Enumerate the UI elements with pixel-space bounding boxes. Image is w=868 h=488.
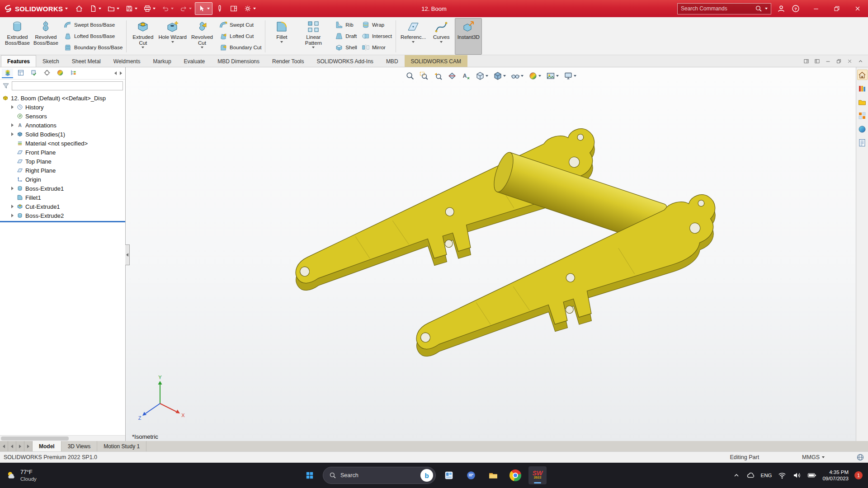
dock-pane-left-icon[interactable] [803,58,809,64]
widgets-app-button[interactable] [440,466,458,484]
expand-arrow-icon[interactable] [11,123,14,127]
undo-button[interactable] [159,2,176,15]
unit-system-selector[interactable]: MMGS [802,454,825,460]
mirror-button[interactable]: Mirror [359,42,394,53]
tree-item-boss-extrude1[interactable]: Boss-Extrude1 [0,184,125,193]
tab-mbd-dimensions[interactable]: MBD Dimensions [211,55,266,67]
tab-scroll-left-icon[interactable] [114,71,117,75]
last-tab-button[interactable] [24,441,33,451]
zoom-fit-button[interactable] [405,70,415,81]
cam-manager-tab[interactable] [67,69,79,78]
tree-item-sensors[interactable]: Sensors [0,112,125,121]
tags-globe-icon[interactable] [856,453,864,461]
fillet-caret-icon[interactable] [280,41,283,43]
first-tab-button[interactable] [0,441,8,451]
volume-icon[interactable] [793,471,802,480]
close-button[interactable] [847,0,868,17]
display-style-button[interactable] [492,70,507,81]
onedrive-cloud-icon[interactable] [746,471,755,480]
close-document-icon[interactable] [847,58,853,64]
new-document-button[interactable] [86,2,104,15]
display-style-caret-icon[interactable] [503,75,506,77]
minimize-button[interactable] [806,0,826,17]
options-button[interactable] [241,2,259,15]
minimize-document-icon[interactable] [825,58,831,64]
extruded-boss-button[interactable]: Extruded Boss/Base [3,18,32,55]
tab-solidworks-addins[interactable]: SOLIDWORKS Add-Ins [311,55,380,67]
task-pane-home-button[interactable] [857,70,868,80]
open-button[interactable] [104,2,122,15]
restore-button[interactable] [826,0,847,17]
tree-item-boss-extrude2[interactable]: Boss-Extrude2 [0,211,125,220]
home-button[interactable] [72,2,86,15]
rollback-bar[interactable] [0,221,125,222]
swept-boss-button[interactable]: Swept Boss/Base [61,19,125,30]
draft-button[interactable]: Draft [333,30,359,42]
design-library-button[interactable] [857,83,868,94]
tab-features[interactable]: Features [1,55,36,67]
chat-app-button[interactable] [462,466,480,484]
instant3d-button[interactable]: Instant3D [455,18,482,55]
lofted-cut-button[interactable]: Lofted Cut [217,30,264,42]
revolved-cut-caret-icon[interactable] [201,47,203,48]
tab-render-tools[interactable]: Render Tools [266,55,311,67]
menu-expand-caret-icon[interactable] [65,8,68,9]
expand-arrow-icon[interactable] [11,205,14,208]
reference-geometry-button[interactable]: Referenc... [399,18,428,55]
tab-markup[interactable]: Markup [147,55,178,67]
collapse-ribbon-chevron-icon[interactable] [858,58,863,64]
apply-scene-button[interactable] [545,70,560,81]
appearances-scenes-button[interactable] [857,124,868,134]
extruded-cut-caret-icon[interactable] [142,47,144,48]
save-button[interactable] [123,2,140,15]
file-explorer-button[interactable] [857,97,868,107]
tree-item-history[interactable]: History [0,103,125,112]
dynamic-annotation-views-button[interactable] [461,70,472,81]
tree-item-cut-extrude1[interactable]: Cut-Extrude1 [0,202,125,211]
tree-root-item[interactable]: 12. Boom (Default) <<Default>_Disp [0,94,125,103]
hole-wizard-button[interactable]: Hole Wizard [156,18,189,55]
hidden-icons-chevron-icon[interactable] [733,472,740,479]
tree-item-solid-bodies[interactable]: Solid Bodies(1) [0,130,125,139]
weather-widget[interactable]: 77°F Cloudy [0,463,43,488]
shell-button[interactable]: Shell [333,42,359,53]
view-palette-button[interactable] [857,110,868,121]
previous-tab-button[interactable] [8,441,16,451]
panel-flyout-handle[interactable] [125,244,130,265]
reference-caret-icon[interactable] [412,41,415,43]
battery-icon[interactable] [807,471,816,480]
wrap-button[interactable]: Wrap [359,19,394,30]
graphics-viewport[interactable]: Y X Z *Isometric [126,67,856,441]
lofted-boss-button[interactable]: Lofted Boss/Base [61,30,125,42]
model-3d-boom[interactable] [126,67,856,441]
hide-show-items-button[interactable] [510,70,524,81]
tree-item-top-plane[interactable]: Top Plane [0,157,125,166]
extruded-cut-button[interactable]: Extruded Cut [129,18,156,55]
boundary-boss-button[interactable]: Boundary Boss/Base [61,42,125,53]
revolved-boss-button[interactable]: Revolved Boss/Base [32,18,60,55]
account-icon[interactable] [777,4,786,13]
zoom-area-button[interactable] [419,70,429,81]
revolved-cut-button[interactable]: Revolved Cut [189,18,216,55]
apply-scene-caret-icon[interactable] [556,75,559,77]
hole-wizard-caret-icon[interactable] [171,41,174,43]
tab-solidworks-cam[interactable]: SOLIDWORKS CAM [405,55,467,67]
tree-item-fillet1[interactable]: Fillet1 [0,193,125,202]
expand-arrow-icon[interactable] [11,105,14,109]
view-settings-button[interactable] [563,70,577,81]
search-commands-input[interactable] [681,5,752,12]
chrome-app-button[interactable] [506,466,524,484]
filter-funnel-icon[interactable] [2,82,9,89]
panel-horizontal-scrollbar[interactable] [0,435,125,441]
swept-cut-button[interactable]: Swept Cut [217,19,264,30]
hide-show-caret-icon[interactable] [521,75,524,77]
fillet-button[interactable]: Fillet [268,18,295,55]
tab-motion-study-1[interactable]: Motion Study 1 [97,441,146,451]
tab-scroll-right-icon[interactable] [120,71,122,75]
print-button[interactable] [141,2,158,15]
edit-appearance-button[interactable] [528,70,542,81]
dock-pane-right-icon[interactable] [814,58,820,64]
file-explorer-app-button[interactable] [484,466,502,484]
tab-weldments[interactable]: Weldments [107,55,147,67]
search-options-caret-icon[interactable] [765,8,768,9]
